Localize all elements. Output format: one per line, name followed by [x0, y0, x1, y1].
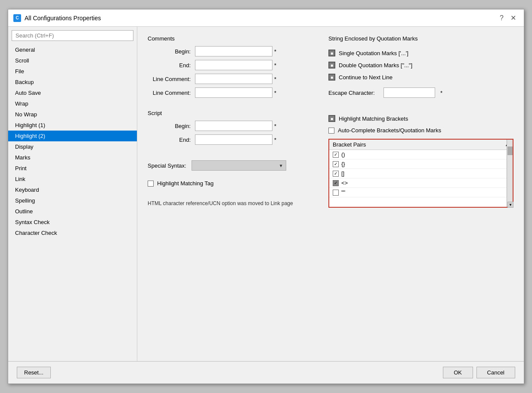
close-button[interactable]: ✕ [508, 13, 519, 23]
begin-input[interactable] [195, 46, 272, 56]
bracket-pairs-box: Bracket Pairs ▲ ✓ () ✓ {} [328, 139, 513, 208]
bracket-square-checkbox[interactable]: ✓ [333, 171, 339, 177]
sidebar-item[interactable]: Display [8, 141, 137, 152]
sidebar-item[interactable]: File [8, 66, 137, 77]
double-quote-row: ■ Double Quotation Marks ["..."] [328, 62, 513, 69]
sidebar-item[interactable]: Scroll [8, 55, 137, 66]
highlight-tag-checkbox[interactable] [148, 181, 154, 187]
info-text: HTML character reference/UCN option was … [148, 200, 318, 206]
title-buttons: ? ✕ [497, 13, 519, 23]
highlight-tag-label: Highlight Matching Tag [157, 180, 213, 187]
sidebar-item[interactable]: Print [8, 163, 137, 174]
auto-complete-row: Auto-Complete Brackets/Quotation Marks [328, 127, 513, 134]
main-panel: Comments Begin: * End: * Line Comment: [137, 27, 524, 361]
auto-complete-checkbox[interactable] [328, 128, 334, 134]
bracket-angle-checkbox[interactable]: ✓ [333, 180, 339, 186]
scrollbar [507, 140, 513, 207]
form-grid: Comments Begin: * End: * Line Comment: [148, 35, 513, 208]
sidebar-item[interactable]: Syntax Check [8, 217, 137, 228]
special-syntax-row: Special Syntax: ▼ [148, 160, 318, 171]
sidebar-item[interactable]: Link [8, 174, 137, 184]
ok-button[interactable]: OK [443, 367, 473, 378]
script-end-row: End: * [148, 134, 318, 145]
scroll-down-button[interactable]: ▼ [507, 202, 513, 208]
highlight-brackets-checkbox[interactable]: ■ [328, 115, 335, 122]
line-comment1-asterisk: * [274, 76, 276, 82]
special-syntax-label: Special Syntax: [148, 162, 186, 169]
comments-section: Comments Begin: * End: * Line Comment: [148, 35, 318, 208]
dialog-footer: Reset... OK Cancel [8, 361, 524, 384]
comments-title: Comments [148, 35, 318, 42]
sidebar-item[interactable]: Highlight (1) [8, 120, 137, 131]
bracket-curly-checkbox[interactable]: ✓ [333, 161, 339, 167]
single-quote-label: Single Quotation Marks ['...'] [339, 50, 408, 56]
single-quote-row: ■ Single Quotation Marks ['...'] [328, 50, 513, 56]
sidebar-item[interactable]: Marks [8, 152, 137, 163]
bracket-quote-checkbox[interactable] [333, 190, 339, 196]
begin-row: Begin: * [148, 46, 318, 56]
sidebar-item[interactable]: Wrap [8, 98, 137, 109]
dialog-content: GeneralScrollFileBackupAuto SaveWrapNo W… [8, 27, 524, 361]
sidebar: GeneralScrollFileBackupAuto SaveWrapNo W… [8, 27, 137, 361]
title-bar: C All Configurations Properties ? ✕ [8, 9, 524, 27]
bracket-pairs-header: Bracket Pairs ▲ [329, 140, 513, 150]
highlight-brackets-label: Highlight Matching Brackets [339, 115, 408, 122]
bracket-parens-label: () [341, 151, 345, 158]
script-begin-label: Begin: [148, 123, 195, 129]
right-section: String Enclosed by Quotation Marks ■ Sin… [328, 35, 513, 208]
help-button[interactable]: ? [497, 13, 506, 23]
double-quote-label: Double Quotation Marks ["..."] [339, 62, 412, 69]
auto-complete-label: Auto-Complete Brackets/Quotation Marks [338, 127, 441, 134]
line-comment2-row: Line Comment: * [148, 87, 318, 98]
line-comment2-label: Line Comment: [148, 90, 195, 96]
special-syntax-dropdown[interactable]: ▼ [192, 160, 286, 171]
line-comment1-input[interactable] [195, 74, 272, 84]
script-title: Script [148, 110, 318, 116]
double-quote-checkbox[interactable]: ■ [328, 62, 335, 69]
bracket-item-angle: ✓ <> [329, 178, 513, 188]
sidebar-item[interactable]: No Wrap [8, 109, 137, 120]
app-icon: C [13, 14, 21, 22]
continue-next-line-row: ■ Continue to Next Line [328, 74, 513, 81]
sidebar-item[interactable]: Auto Save [8, 87, 137, 98]
line-comment1-label: Line Comment: [148, 76, 195, 82]
sidebar-item[interactable]: Keyboard [8, 184, 137, 195]
bracket-square-label: [] [341, 170, 344, 177]
search-input[interactable] [12, 30, 133, 41]
line-comment1-row: Line Comment: * [148, 74, 318, 84]
bracket-pairs-title: Bracket Pairs [333, 141, 366, 148]
script-begin-asterisk: * [274, 123, 276, 129]
bracket-item-curly: ✓ {} [329, 159, 513, 169]
reset-button[interactable]: Reset... [17, 367, 51, 378]
bracket-angle-label: <> [341, 180, 348, 186]
begin-asterisk: * [274, 48, 276, 55]
bracket-parens-checkbox[interactable]: ✓ [333, 152, 339, 158]
sidebar-item[interactable]: Spelling [8, 195, 137, 206]
escape-input[interactable] [384, 87, 435, 98]
continue-next-line-label: Continue to Next Line [339, 74, 393, 81]
sidebar-item[interactable]: Highlight (2) [8, 131, 137, 141]
end-label: End: [148, 62, 195, 69]
escape-row: Escape Character: * [328, 87, 513, 98]
dialog-title: All Configurations Properties [25, 15, 497, 22]
script-end-input[interactable] [195, 134, 272, 145]
sidebar-item[interactable]: Outline [8, 206, 137, 217]
sidebar-item[interactable]: Character Check [8, 228, 137, 238]
single-quote-checkbox[interactable]: ■ [328, 50, 335, 56]
end-row: End: * [148, 60, 318, 70]
line-comment2-asterisk: * [274, 90, 276, 96]
scrollbar-thumb [507, 147, 513, 155]
script-end-asterisk: * [274, 137, 276, 143]
escape-asterisk: * [440, 90, 442, 96]
sidebar-item[interactable]: Backup [8, 77, 137, 87]
continue-next-line-checkbox[interactable]: ■ [328, 74, 335, 81]
dropdown-arrow-icon: ▼ [279, 163, 283, 168]
string-title: String Enclosed by Quotation Marks [328, 35, 513, 42]
sidebar-item[interactable]: General [8, 44, 137, 55]
search-box [12, 30, 133, 41]
dialog-window: C All Configurations Properties ? ✕ Gene… [8, 9, 524, 384]
line-comment2-input[interactable] [195, 87, 272, 98]
cancel-button[interactable]: Cancel [476, 367, 515, 378]
script-begin-input[interactable] [195, 121, 272, 131]
end-input[interactable] [195, 60, 272, 70]
